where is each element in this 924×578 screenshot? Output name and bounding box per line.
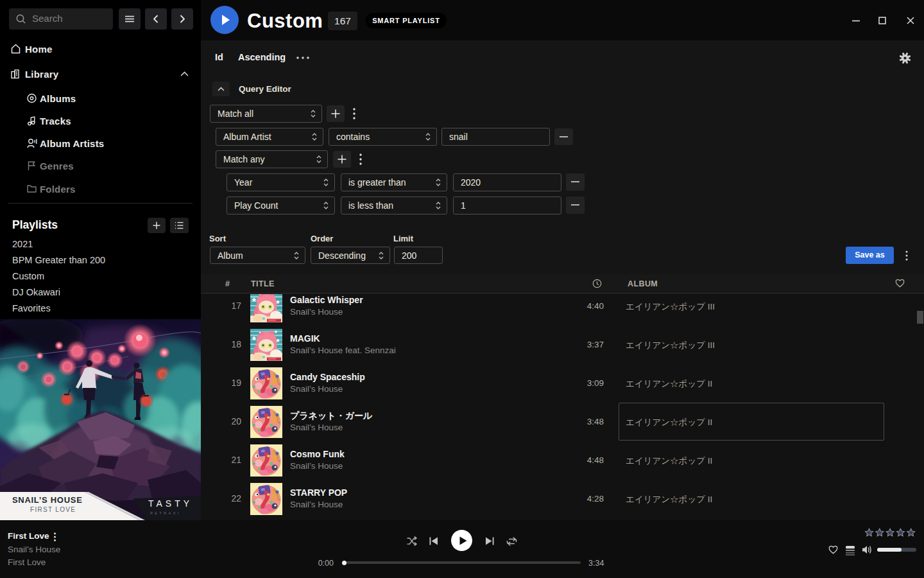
svg-text:FIRST LOVE: FIRST LOVE <box>30 506 76 513</box>
svg-text:TASTY: TASTY <box>148 498 193 509</box>
svg-text:SNAIL’S HOUSE: SNAIL’S HOUSE <box>12 495 83 505</box>
svg-text:RETRAXI: RETRAXI <box>150 511 181 515</box>
